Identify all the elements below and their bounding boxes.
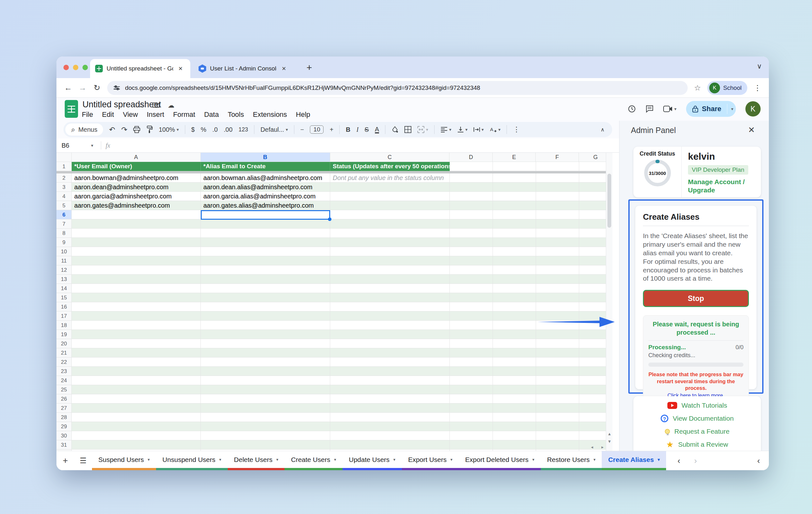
- cell-B21[interactable]: [201, 348, 330, 357]
- cell-B30[interactable]: [201, 431, 330, 440]
- row-header-4[interactable]: 4: [56, 192, 72, 201]
- sheet-tab-unsuspend-users[interactable]: Unsuspend Users▾: [156, 451, 227, 470]
- cell-D2[interactable]: [450, 173, 493, 183]
- cell-D14[interactable]: [450, 284, 493, 293]
- cell-A20[interactable]: [72, 339, 201, 348]
- cell-F18[interactable]: [536, 321, 579, 330]
- row-header-7[interactable]: 7: [56, 219, 72, 228]
- all-sheets-icon[interactable]: ☰: [74, 451, 92, 470]
- column-header-B[interactable]: B: [201, 153, 330, 162]
- cell-B1[interactable]: *Alias Email to Create: [201, 162, 330, 171]
- cell-C3[interactable]: [330, 183, 450, 192]
- bookmark-icon[interactable]: ☆: [694, 83, 701, 92]
- share-dropdown-icon[interactable]: ▾: [731, 106, 733, 111]
- sheet-tab-restore-users[interactable]: Restore Users▾: [541, 451, 602, 470]
- sheet-tab-delete-users[interactable]: Delete Users▾: [228, 451, 285, 470]
- format-currency-button[interactable]: $: [191, 126, 195, 133]
- cell-D8[interactable]: [450, 228, 493, 238]
- cell-D5[interactable]: [450, 201, 493, 210]
- row-header-23[interactable]: 23: [56, 367, 72, 376]
- row-header-31[interactable]: 31: [56, 440, 72, 450]
- cell-E28[interactable]: [493, 413, 536, 422]
- cell-C11[interactable]: [330, 256, 450, 265]
- cell-E12[interactable]: [493, 265, 536, 275]
- forward-icon[interactable]: →: [78, 83, 86, 92]
- name-box-dropdown-icon[interactable]: ▾: [91, 143, 93, 148]
- row-header-12[interactable]: 12: [56, 265, 72, 275]
- bold-button[interactable]: B: [346, 126, 350, 133]
- strikethrough-button[interactable]: S: [365, 126, 369, 133]
- cell-C25[interactable]: [330, 385, 450, 394]
- cell-F12[interactable]: [536, 265, 579, 275]
- cell-E10[interactable]: [493, 247, 536, 256]
- scroll-down-icon[interactable]: ▼: [606, 439, 612, 444]
- text-color-button[interactable]: A: [375, 126, 379, 133]
- cell-E22[interactable]: [493, 357, 536, 367]
- browser-tab-admin-console[interactable]: User List - Admin Console ✕: [194, 59, 298, 78]
- row-header-26[interactable]: 26: [56, 394, 72, 404]
- tab-close-icon[interactable]: ✕: [178, 65, 183, 72]
- reload-icon[interactable]: ↻: [93, 83, 101, 92]
- cell-B16[interactable]: [201, 302, 330, 312]
- row-header-18[interactable]: 18: [56, 321, 72, 330]
- cell-A1[interactable]: *User Email (Owner): [72, 162, 201, 171]
- column-header-D[interactable]: D: [450, 153, 493, 162]
- row-header-29[interactable]: 29: [56, 422, 72, 431]
- row-header-1[interactable]: 1: [56, 162, 72, 171]
- cell-C15[interactable]: [330, 293, 450, 302]
- account-avatar[interactable]: K: [745, 101, 761, 116]
- cell-C20[interactable]: [330, 339, 450, 348]
- cell-B9[interactable]: [201, 238, 330, 247]
- cell-D6[interactable]: [450, 210, 493, 219]
- cell-D31[interactable]: [450, 440, 493, 450]
- scroll-right-icon[interactable]: ▸: [601, 444, 604, 450]
- cell-F16[interactable]: [536, 302, 579, 312]
- cell-F3[interactable]: [536, 183, 579, 192]
- cell-D22[interactable]: [450, 357, 493, 367]
- row-header-11[interactable]: 11: [56, 256, 72, 265]
- row-header-2[interactable]: 2: [56, 173, 72, 183]
- cell-B13[interactable]: [201, 275, 330, 284]
- submit-a-review-link[interactable]: ★Submit a Review: [633, 438, 761, 451]
- cell-A21[interactable]: [72, 348, 201, 357]
- cell-A5[interactable]: aaron.gates@adminsheetpro.com: [72, 201, 201, 210]
- back-icon[interactable]: ←: [64, 83, 72, 92]
- url-text[interactable]: docs.google.com/spreadsheets/d/15HMV5NrH…: [125, 84, 480, 91]
- cell-F13[interactable]: [536, 275, 579, 284]
- cell-D29[interactable]: [450, 422, 493, 431]
- cell-D12[interactable]: [450, 265, 493, 275]
- cell-E6[interactable]: [493, 210, 536, 219]
- cell-C27[interactable]: [330, 404, 450, 413]
- frozen-row-divider[interactable]: [56, 171, 612, 173]
- sheet-tab-create-aliases[interactable]: Create Aliases▾: [602, 451, 666, 470]
- cell-A28[interactable]: [72, 413, 201, 422]
- cell-C4[interactable]: [330, 192, 450, 201]
- sheet-tab-export-users[interactable]: Export Users▾: [402, 451, 459, 470]
- cell-D3[interactable]: [450, 183, 493, 192]
- cell-B5[interactable]: aaron.gates.alias@adminsheetpro.com: [201, 201, 330, 210]
- cell-F15[interactable]: [536, 293, 579, 302]
- cell-D15[interactable]: [450, 293, 493, 302]
- maximize-window-button[interactable]: [83, 65, 88, 70]
- cell-E25[interactable]: [493, 385, 536, 394]
- cell-E31[interactable]: [493, 440, 536, 450]
- cell-E27[interactable]: [493, 404, 536, 413]
- cell-D18[interactable]: [450, 321, 493, 330]
- font-select[interactable]: Defaul...▾: [260, 126, 288, 133]
- cell-C16[interactable]: [330, 302, 450, 312]
- cell-E16[interactable]: [493, 302, 536, 312]
- cell-F26[interactable]: [536, 394, 579, 404]
- cell-C17[interactable]: [330, 312, 450, 321]
- cell-C23[interactable]: [330, 367, 450, 376]
- cell-D1[interactable]: [450, 162, 493, 171]
- cell-F9[interactable]: [536, 238, 579, 247]
- cell-E15[interactable]: [493, 293, 536, 302]
- cell-A30[interactable]: [72, 431, 201, 440]
- cell-B28[interactable]: [201, 413, 330, 422]
- cell-C21[interactable]: [330, 348, 450, 357]
- increase-decimal-button[interactable]: .00: [224, 126, 232, 133]
- cell-D17[interactable]: [450, 312, 493, 321]
- cell-D11[interactable]: [450, 256, 493, 265]
- row-header-9[interactable]: 9: [56, 238, 72, 247]
- sheet-tab-create-users[interactable]: Create Users▾: [285, 451, 342, 470]
